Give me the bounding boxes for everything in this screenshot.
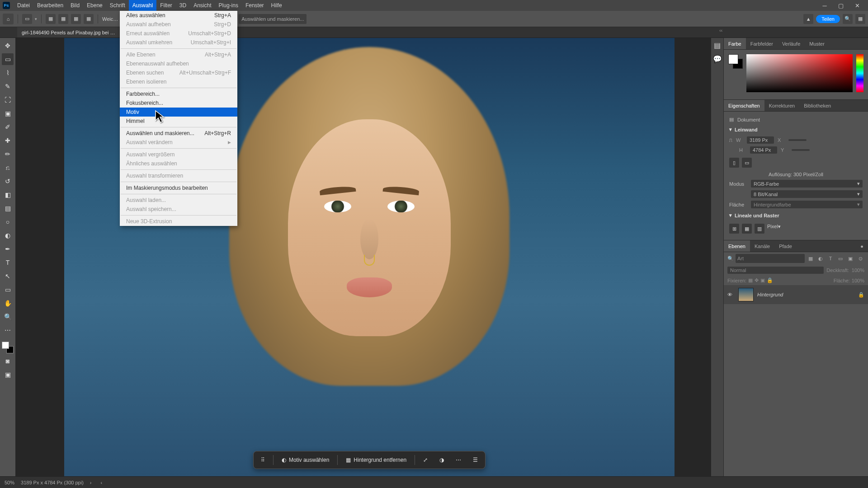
crop-tool-icon[interactable]: ⛶: [2, 94, 14, 106]
ruler-unit-dropdown[interactable]: Pixel▾: [767, 224, 863, 234]
tool-preset-icon[interactable]: ▭: [22, 14, 32, 24]
lasso-tool-icon[interactable]: ⌇: [2, 67, 14, 79]
zoom-level[interactable]: 50%: [5, 480, 14, 485]
screen-mode-icon[interactable]: ▣: [2, 369, 14, 380]
menu-plug-ins[interactable]: Plug-ins: [215, 0, 242, 11]
menu-auswahl[interactable]: Auswahl: [129, 0, 156, 11]
path-select-tool-icon[interactable]: ↖: [2, 270, 14, 282]
tab-muster[interactable]: Muster: [805, 38, 829, 49]
properties-toggle-icon[interactable]: ☰: [469, 455, 481, 465]
collapsed-panel-icon-b[interactable]: 💬: [713, 54, 722, 63]
fill-color-dropdown[interactable]: Hintergrundfarbe▾: [751, 201, 863, 208]
marquee-tool-icon[interactable]: ▭: [2, 53, 14, 65]
layers-panel-menu-icon[interactable]: ●: [856, 240, 868, 252]
tab-korrekturen[interactable]: Korrekturen: [764, 100, 799, 111]
shape-tool-icon[interactable]: ▭: [2, 284, 14, 296]
more-options-icon[interactable]: ⋯: [452, 455, 465, 465]
collapse-panels-arrow-icon[interactable]: ‹‹: [719, 28, 722, 33]
menu-bearbeiten[interactable]: Bearbeiten: [33, 0, 67, 11]
intersect-selection-icon[interactable]: ▦: [84, 14, 94, 24]
ruler-icon[interactable]: ⊞: [729, 224, 739, 234]
stamp-tool-icon[interactable]: ⎌: [2, 162, 14, 174]
tab-farbe[interactable]: Farbe: [724, 38, 746, 49]
menu-3d[interactable]: 3D: [176, 0, 190, 11]
quick-select-tool-icon[interactable]: ✎: [2, 80, 14, 92]
filter-type-icon[interactable]: T: [826, 254, 835, 263]
menu-datei[interactable]: Datei: [14, 0, 33, 11]
bit-depth-dropdown[interactable]: 8 Bit/Kanal▾: [751, 190, 863, 198]
hand-tool-icon[interactable]: ✋: [2, 297, 14, 309]
edit-toolbar-icon[interactable]: ⋯: [2, 324, 14, 336]
rulers-section-header[interactable]: ▾Lineale und Raster: [729, 210, 863, 221]
layer-visibility-icon[interactable]: 👁: [727, 292, 735, 297]
color-field[interactable]: [746, 54, 853, 92]
transform-icon[interactable]: ⤢: [420, 455, 431, 465]
tab-pfade[interactable]: Pfade: [774, 240, 797, 252]
menu-ansicht[interactable]: Ansicht: [190, 0, 215, 11]
eraser-tool-icon[interactable]: ◧: [2, 189, 14, 201]
tab-bibliotheken[interactable]: Bibliotheken: [799, 100, 835, 111]
subtract-selection-icon[interactable]: ▦: [71, 14, 81, 24]
share-button[interactable]: Teilen: [816, 15, 840, 23]
width-value[interactable]: 3189 Px: [747, 136, 774, 144]
layer-filter-dropdown[interactable]: Art: [736, 254, 805, 263]
status-expand-icon[interactable]: ›: [90, 480, 92, 485]
hue-strip[interactable]: [856, 54, 863, 92]
tab-ebenen[interactable]: Ebenen: [724, 240, 750, 252]
tab-verlaeufe[interactable]: Verläufe: [778, 38, 805, 49]
x-value[interactable]: [788, 139, 807, 141]
y-value[interactable]: [792, 149, 810, 151]
menu-item[interactable]: Im Maskierungsmodus bearbeiten: [120, 183, 237, 192]
height-value[interactable]: 4784 Px: [750, 146, 777, 154]
guides-icon[interactable]: ▥: [755, 224, 764, 234]
pen-tool-icon[interactable]: ✒: [2, 243, 14, 255]
filter-smart-icon[interactable]: ▣: [846, 254, 854, 263]
brush-tool-icon[interactable]: ✏: [2, 148, 14, 160]
opacity-value[interactable]: 100%: [852, 267, 864, 273]
frame-tool-icon[interactable]: ▣: [2, 108, 14, 119]
menu-schrift[interactable]: Schrift: [106, 0, 129, 11]
layer-name[interactable]: Hintergrund: [757, 292, 854, 297]
new-selection-icon[interactable]: ▦: [46, 14, 56, 24]
move-tool-icon[interactable]: ✥: [2, 40, 14, 52]
select-and-mask-button[interactable]: Auswählen und maskieren...: [239, 14, 307, 24]
zoom-tool-icon[interactable]: 🔍: [2, 311, 14, 323]
menu-hilfe[interactable]: Hilfe: [268, 0, 286, 11]
add-selection-icon[interactable]: ▦: [58, 14, 68, 24]
orientation-landscape-icon[interactable]: ▭: [742, 158, 752, 168]
foreground-swatch[interactable]: [2, 342, 9, 349]
layer-lock-icon[interactable]: 🔒: [858, 292, 864, 298]
layer-row-background[interactable]: 👁 Hintergrund 🔒: [724, 285, 868, 304]
dodge-tool-icon[interactable]: ◐: [2, 230, 14, 241]
menu-ebene[interactable]: Ebene: [83, 0, 106, 11]
select-subject-button[interactable]: ◐ Motiv auswählen: [278, 455, 333, 465]
grid-icon[interactable]: ▦: [742, 224, 752, 234]
history-brush-tool-icon[interactable]: ↺: [2, 175, 14, 187]
tab-kanaele[interactable]: Kanäle: [750, 240, 774, 252]
move-bar-handle[interactable]: ⠿: [257, 455, 269, 465]
filter-adjust-icon[interactable]: ◐: [816, 254, 825, 263]
tab-eigenschaften[interactable]: Eigenschaften: [724, 100, 764, 111]
menu-item[interactable]: Alles auswählenStrg+A: [120, 11, 237, 20]
home-icon[interactable]: ⌂: [3, 14, 14, 24]
workspace-icon[interactable]: ▦: [855, 14, 865, 24]
color-swatches[interactable]: [2, 342, 14, 353]
collapsed-panel-icon-a[interactable]: ▤: [713, 41, 722, 50]
cloud-docs-icon[interactable]: ▲: [803, 14, 813, 24]
document-tab[interactable]: girl-1846490 Pexels auf Pixabay.jpg bei …: [17, 27, 119, 38]
window-minimize[interactable]: ─: [816, 0, 833, 11]
layer-thumbnail[interactable]: [738, 288, 754, 301]
blend-mode-dropdown[interactable]: Normal: [727, 267, 824, 274]
link-dims-icon[interactable]: ⎍: [729, 137, 732, 143]
menu-item[interactable]: Himmel: [120, 117, 237, 126]
color-swatch-pair[interactable]: [728, 54, 743, 69]
filter-shape-icon[interactable]: ▭: [836, 254, 844, 263]
menu-item[interactable]: Motiv: [120, 108, 237, 117]
filter-image-icon[interactable]: ▦: [807, 254, 815, 263]
lock-artboard-icon[interactable]: ▣: [760, 277, 765, 283]
menu-item[interactable]: Farbbereich...: [120, 89, 237, 99]
color-mode-dropdown[interactable]: RGB-Farbe▾: [751, 180, 863, 188]
blur-tool-icon[interactable]: ○: [2, 216, 14, 228]
remove-background-button[interactable]: ▦ Hintergrund entfernen: [342, 455, 410, 465]
window-close[interactable]: ✕: [849, 0, 865, 11]
